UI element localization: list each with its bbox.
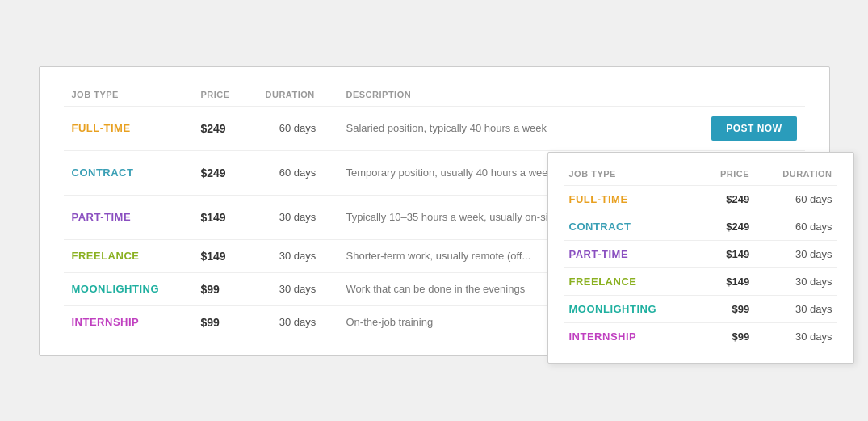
- mini-table-row: FREELANCE $149 30 days: [564, 267, 837, 295]
- mini-table-row: PART-TIME $149 30 days: [564, 240, 837, 267]
- mini-price-cell-moonlighting: $99: [700, 295, 754, 322]
- post-now-button-fulltime[interactable]: POST NOW: [711, 116, 796, 141]
- mini-pricing-table: JOB TYPE PRICE DURATION FULL-TIME $249 6…: [564, 166, 837, 350]
- mini-price-cell-internship: $99: [700, 322, 754, 350]
- job-type-label-moonlighting: MOONLIGHTING: [72, 283, 160, 295]
- mini-job-type-label-internship: INTERNSHIP: [569, 330, 637, 343]
- mini-duration-cell-contract: 60 days: [754, 213, 837, 240]
- btn-cell-fulltime: POST NOW: [660, 106, 804, 150]
- mini-table-row: INTERNSHIP $99 30 days: [564, 322, 837, 350]
- job-type-label-contract: CONTRACT: [72, 166, 134, 179]
- mini-price-cell-contract: $249: [700, 213, 754, 240]
- job-type-label-freelance: FREELANCE: [72, 250, 140, 262]
- mini-duration-cell-fulltime: 60 days: [754, 185, 837, 213]
- duration-cell-internship: 30 days: [258, 305, 338, 339]
- price-cell-contract: $249: [193, 150, 258, 195]
- duration-cell-contract: 60 days: [258, 150, 338, 195]
- mini-table-row: MOONLIGHTING $99 30 days: [564, 295, 837, 322]
- mini-duration-cell-freelance: 30 days: [754, 267, 837, 295]
- duration-cell-moonlighting: 30 days: [258, 272, 338, 305]
- mini-price-cell-parttime: $149: [700, 240, 754, 267]
- col-header-description: DESCRIPTION: [338, 83, 661, 107]
- col-header-jobtype: JOB TYPE: [64, 83, 193, 107]
- mini-col-header-price: PRICE: [700, 166, 754, 186]
- mini-job-type-label-moonlighting: MOONLIGHTING: [569, 303, 657, 315]
- description-cell-fulltime: Salaried position, typically 40 hours a …: [338, 106, 661, 150]
- mini-job-type-label-fulltime: FULL-TIME: [569, 193, 628, 205]
- price-cell-moonlighting: $99: [193, 272, 258, 305]
- page-wrapper: JOB TYPE PRICE DURATION DESCRIPTION FULL…: [39, 66, 830, 356]
- price-cell-freelance: $149: [193, 239, 258, 272]
- duration-cell-freelance: 30 days: [258, 239, 338, 272]
- mini-table-container: JOB TYPE PRICE DURATION FULL-TIME $249 6…: [547, 152, 854, 364]
- mini-table-row: CONTRACT $249 60 days: [564, 213, 837, 240]
- mini-price-cell-fulltime: $249: [700, 185, 754, 213]
- mini-table-row: FULL-TIME $249 60 days: [564, 185, 837, 213]
- col-header-duration: DURATION: [258, 83, 338, 107]
- mini-duration-cell-internship: 30 days: [754, 322, 837, 350]
- duration-cell-fulltime: 60 days: [258, 106, 338, 150]
- table-row: FULL-TIME $249 60 days Salaried position…: [64, 106, 805, 150]
- mini-col-header-duration: DURATION: [754, 166, 837, 186]
- mini-job-type-label-contract: CONTRACT: [569, 221, 631, 233]
- price-cell-internship: $99: [193, 305, 258, 339]
- price-cell-fulltime: $249: [193, 106, 258, 150]
- price-cell-parttime: $149: [193, 195, 258, 239]
- job-type-label-parttime: PART-TIME: [72, 211, 132, 223]
- mini-job-type-label-freelance: FREELANCE: [569, 276, 637, 288]
- job-type-label-internship: INTERNSHIP: [72, 316, 140, 328]
- mini-duration-cell-parttime: 30 days: [754, 240, 837, 267]
- mini-job-type-label-parttime: PART-TIME: [569, 248, 629, 260]
- col-header-price: PRICE: [193, 83, 258, 107]
- duration-cell-parttime: 30 days: [258, 195, 338, 239]
- mini-col-header-jobtype: JOB TYPE: [564, 166, 700, 186]
- job-type-label-fulltime: FULL-TIME: [72, 122, 131, 134]
- mini-duration-cell-moonlighting: 30 days: [754, 295, 837, 322]
- mini-price-cell-freelance: $149: [700, 267, 754, 295]
